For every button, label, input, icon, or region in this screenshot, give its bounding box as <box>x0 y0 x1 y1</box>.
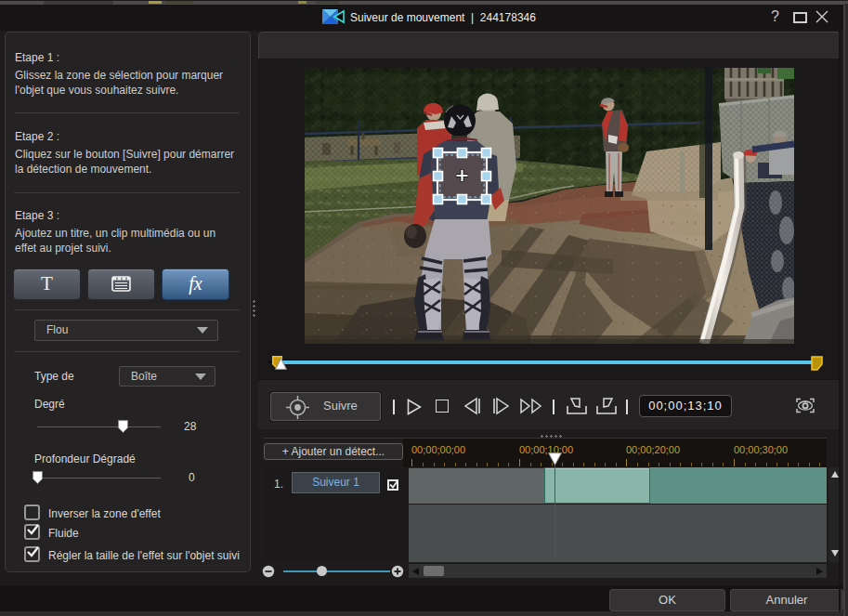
svg-text:00;00;30;00: 00;00;30;00 <box>734 444 788 455</box>
svg-text:00;00;20;00: 00;00;20;00 <box>626 444 680 455</box>
svg-text:00;00;00;00: 00;00;00;00 <box>411 444 465 455</box>
